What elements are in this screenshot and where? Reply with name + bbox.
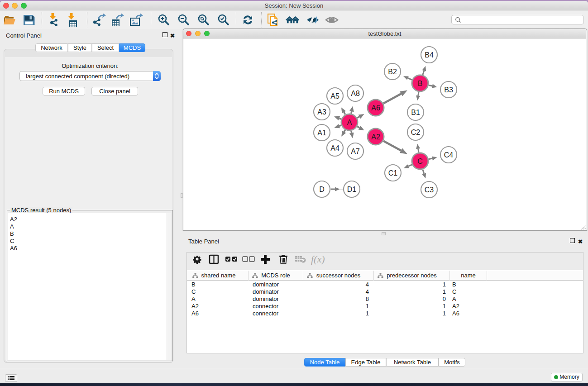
svg-text:A5: A5 (330, 92, 339, 100)
svg-text:A4: A4 (330, 144, 339, 152)
svg-text:B1: B1 (411, 109, 420, 116)
svg-text:C4: C4 (444, 151, 454, 159)
svg-text:A1: A1 (317, 129, 326, 137)
svg-text:A: A (347, 119, 352, 126)
svg-text:C: C (417, 157, 423, 165)
svg-text:A6: A6 (371, 104, 380, 112)
svg-text:C1: C1 (388, 169, 398, 177)
svg-text:B2: B2 (388, 68, 397, 76)
svg-text:B4: B4 (425, 51, 434, 59)
svg-text:B3: B3 (444, 86, 453, 94)
svg-text:A3: A3 (317, 108, 326, 116)
svg-text:A7: A7 (351, 148, 360, 155)
svg-text:D: D (319, 186, 325, 193)
svg-text:A2: A2 (371, 133, 380, 141)
svg-text:D1: D1 (347, 186, 357, 193)
svg-text:C3: C3 (425, 186, 434, 194)
svg-text:A8: A8 (351, 90, 360, 97)
svg-text:C2: C2 (411, 129, 421, 136)
svg-text:B: B (418, 80, 423, 87)
